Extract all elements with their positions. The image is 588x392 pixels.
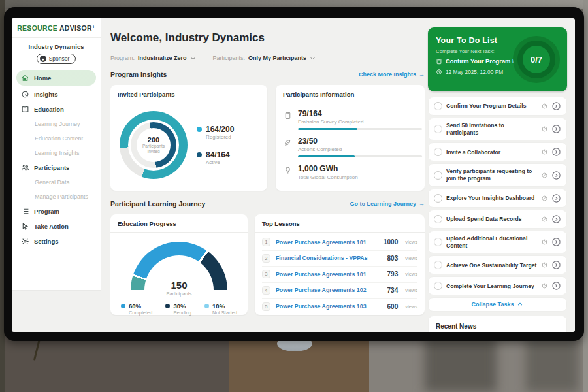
chevron-right-icon[interactable] xyxy=(551,260,561,270)
sidebar-item-education-content[interactable]: Education Content xyxy=(12,131,101,146)
task-row-explore-insights[interactable]: Explore Your Insights Dashboard xyxy=(428,189,567,208)
task-row-verify-participants[interactable]: Verify participants requesting to join t… xyxy=(428,163,567,186)
chevron-right-icon[interactable] xyxy=(551,237,561,247)
invited-participants-title: Invited Participants xyxy=(110,85,267,103)
sidebar-item-settings[interactable]: Settings xyxy=(12,234,101,249)
task-row-upload-educational-content[interactable]: Upload Additional Educational Content xyxy=(428,231,567,253)
task-row-invite-collaborator[interactable]: Invite a Collaborator xyxy=(428,142,567,161)
settings-icon xyxy=(21,237,29,246)
sponsor-badge[interactable]: ● Sponsor xyxy=(37,54,76,64)
sidebar-item-education[interactable]: Education xyxy=(12,102,101,117)
chevron-right-icon[interactable] xyxy=(551,281,561,291)
top-lessons-card: Top Lessons 1 Power Purchase Agreements … xyxy=(255,214,425,315)
task-label: Achieve One Sustainability Target xyxy=(446,262,538,269)
lesson-link[interactable]: Power Purchase Agreements 101 xyxy=(276,271,382,278)
task-checkbox[interactable] xyxy=(434,102,442,110)
task-checkbox[interactable] xyxy=(434,125,442,133)
chevron-right-icon[interactable] xyxy=(551,214,561,224)
chevron-right-icon[interactable] xyxy=(551,147,561,157)
go-to-learning-journey-link[interactable]: Go to Learning Journey → xyxy=(350,201,425,207)
sidebar-item-learning-journey[interactable]: Learning Journey xyxy=(12,117,101,131)
task-checkbox[interactable] xyxy=(434,215,442,223)
not-started-label: Not Started xyxy=(212,310,237,316)
sidebar-item-label: Take Action xyxy=(34,223,69,230)
chevron-right-icon[interactable] xyxy=(551,193,561,203)
lesson-row[interactable]: 1 Power Purchase Agreements 101 1000 vie… xyxy=(262,235,417,251)
sidebar-item-label: Learning Insights xyxy=(35,150,80,156)
legend-not-started: 10% Not Started xyxy=(204,302,237,316)
pending-label: Pending xyxy=(173,310,191,316)
task-checkbox[interactable] xyxy=(434,238,442,246)
program-icon xyxy=(21,207,29,216)
take-action-icon xyxy=(21,222,29,231)
lesson-rank: 2 xyxy=(262,254,270,263)
lesson-link[interactable]: Power Purchase Agreements 102 xyxy=(276,287,382,293)
clock-icon xyxy=(436,69,442,75)
sidebar-item-manage-participants[interactable]: Manage Participants xyxy=(12,189,101,204)
sidebar-item-insights[interactable]: Insights xyxy=(12,87,101,102)
sidebar-item-general-data[interactable]: General Data xyxy=(12,175,101,189)
task-row-confirm-program[interactable]: Confirm Your Program Details xyxy=(428,97,567,116)
lesson-views-suffix: views xyxy=(405,239,417,245)
program-filter-label: Program: xyxy=(110,55,135,61)
task-checkbox[interactable] xyxy=(434,148,442,156)
emission-survey-value: 79/164 xyxy=(298,110,422,118)
sidebar-item-program[interactable]: Program xyxy=(12,204,101,219)
go-to-learning-journey-label: Go to Learning Journey xyxy=(350,201,416,207)
lesson-link[interactable]: Power Purchase Agreements 101 xyxy=(276,239,378,246)
chevron-up-icon xyxy=(517,301,523,308)
task-label: Verify participants requesting to join t… xyxy=(446,168,538,182)
logo-plus: + xyxy=(92,24,95,30)
lesson-row[interactable]: 2 Financial Considerations - VPPAs 803 v… xyxy=(262,251,417,267)
chevron-right-icon[interactable] xyxy=(551,171,561,180)
collapse-tasks-link[interactable]: Collapse Tasks xyxy=(428,297,567,312)
lesson-views: 1000 xyxy=(384,238,398,246)
background-shadow xyxy=(425,336,497,392)
program-filter[interactable]: Program: Industrialize Zero xyxy=(110,55,196,61)
task-row-upload-spend-data[interactable]: Upload Spend Data Records xyxy=(428,210,567,229)
registered-label: Registered xyxy=(206,134,234,140)
task-row-achieve-sustainability-target[interactable]: Achieve One Sustainability Target xyxy=(428,255,567,274)
logo-resource: RESOURCE xyxy=(17,24,57,32)
chevron-right-icon[interactable] xyxy=(551,124,561,134)
lesson-rank: 1 xyxy=(262,238,270,246)
task-checkbox[interactable] xyxy=(434,282,442,290)
gauge-center-label: Participants xyxy=(110,291,248,297)
sidebar-item-participants[interactable]: Participants xyxy=(12,160,101,175)
background-shadow xyxy=(526,336,578,392)
actions-completed-label: Actions Completed xyxy=(298,146,422,152)
invited-participants-card: Invited Participants 200 Participants In… xyxy=(110,85,267,191)
task-row-send-invitations[interactable]: Send 50 Invitations to Participants xyxy=(428,118,567,140)
completed-label: Completed xyxy=(129,310,152,316)
learning-journey-heading: Participant Learning Journey xyxy=(110,200,205,208)
task-checkbox[interactable] xyxy=(434,261,442,269)
active-label: Active xyxy=(206,159,230,165)
task-checkbox[interactable] xyxy=(434,171,442,180)
chevron-right-icon[interactable] xyxy=(551,101,561,111)
arrow-right-icon: → xyxy=(419,71,425,78)
sidebar-item-home[interactable]: Home xyxy=(16,70,96,86)
task-row-complete-learning-journey[interactable]: Complete Your Learning Journey xyxy=(428,276,567,295)
help-icon xyxy=(542,283,547,289)
registered-dot xyxy=(197,127,202,132)
check-more-insights-link[interactable]: Check More Insights → xyxy=(359,71,425,78)
lesson-row[interactable]: 4 Power Purchase Agreements 102 734 view… xyxy=(262,283,417,299)
legend-registered: 164/200 Registered xyxy=(197,125,234,140)
participants-filter[interactable]: Participants: Only My Participants xyxy=(213,55,316,61)
help-icon xyxy=(542,126,547,132)
lesson-row[interactable]: 5 Power Purchase Agreements 103 600 view… xyxy=(262,299,417,315)
global-consumption-value: 1,000 GWh xyxy=(298,165,358,173)
chevron-down-icon xyxy=(310,56,316,61)
lesson-row[interactable]: 3 Power Purchase Agreements 101 793 view… xyxy=(262,267,417,283)
legend-pending: 30% Pending xyxy=(165,302,191,316)
sponsor-icon: ● xyxy=(40,56,46,62)
sidebar-item-take-action[interactable]: Take Action xyxy=(12,219,101,234)
donut-center-label: Participants Invited xyxy=(137,144,171,154)
lesson-link[interactable]: Power Purchase Agreements 103 xyxy=(276,303,382,310)
lesson-link[interactable]: Financial Considerations - VPPAs xyxy=(276,255,382,261)
registered-value: 164/200 xyxy=(206,125,234,134)
actions-completed-stat: 23/50 Actions Completed xyxy=(284,137,417,157)
filters-row: Program: Industrialize Zero Participants… xyxy=(110,55,316,61)
sidebar-item-learning-insights[interactable]: Learning Insights xyxy=(12,146,101,160)
task-checkbox[interactable] xyxy=(434,194,442,203)
